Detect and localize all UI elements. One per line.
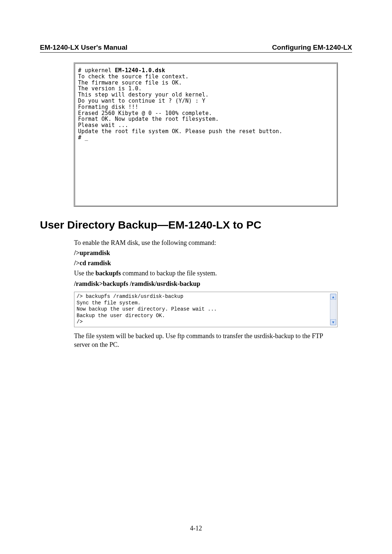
- document-page: EM-1240-LX User's Manual Configuring EM-…: [0, 0, 392, 554]
- page-header: EM-1240-LX User's Manual Configuring EM-…: [40, 44, 352, 53]
- command-upramdisk: />upramdisk: [74, 249, 338, 257]
- terminal-box: # upkernel EM-1240-1.0.dsk To check the …: [74, 63, 338, 206]
- terminal-filename-bold: EM-1240-1.0.dsk: [115, 67, 165, 74]
- command-cd-ramdisk: />cd ramdisk: [74, 259, 338, 267]
- header-right: Configuring EM-1240-LX: [272, 44, 352, 52]
- page-number: 4-12: [0, 525, 392, 532]
- terminal-screenshot-2: /> backupfs /ramdisk/usrdisk-backup Sync…: [74, 292, 338, 327]
- text-bold-backupfs: backupfs: [95, 270, 121, 277]
- terminal-prefix: # upkernel: [78, 67, 115, 74]
- paragraph-intro: To enable the RAM disk, use the followin…: [74, 238, 338, 247]
- terminal-rest: To check the source file context. The fi…: [78, 73, 282, 141]
- text-plain: Use the: [74, 270, 95, 277]
- paragraph-backupfs: Use the backupfs command to backup the f…: [74, 269, 338, 278]
- terminal2-text: /> backupfs /ramdisk/usrdisk-backup Sync…: [74, 292, 337, 327]
- terminal-screenshot-1: # upkernel EM-1240-1.0.dsk To check the …: [74, 63, 338, 206]
- scroll-down-icon[interactable]: ▾: [330, 319, 336, 325]
- body-content: To enable the RAM disk, use the followin…: [74, 238, 338, 349]
- header-left: EM-1240-LX User's Manual: [40, 44, 127, 52]
- text-plain-2: command to backup the file system.: [121, 270, 217, 277]
- paragraph-closing: The file system will be backed up. Use f…: [74, 332, 338, 349]
- section-heading: User Directory Backup—EM-1240-LX to PC: [40, 219, 352, 231]
- command-backupfs-full: /ramdisk>backupfs /ramdisk/usrdisk-backu…: [74, 279, 338, 288]
- scroll-up-icon[interactable]: ▴: [330, 294, 336, 300]
- scrollbar[interactable]: ▴ ▾: [330, 294, 336, 325]
